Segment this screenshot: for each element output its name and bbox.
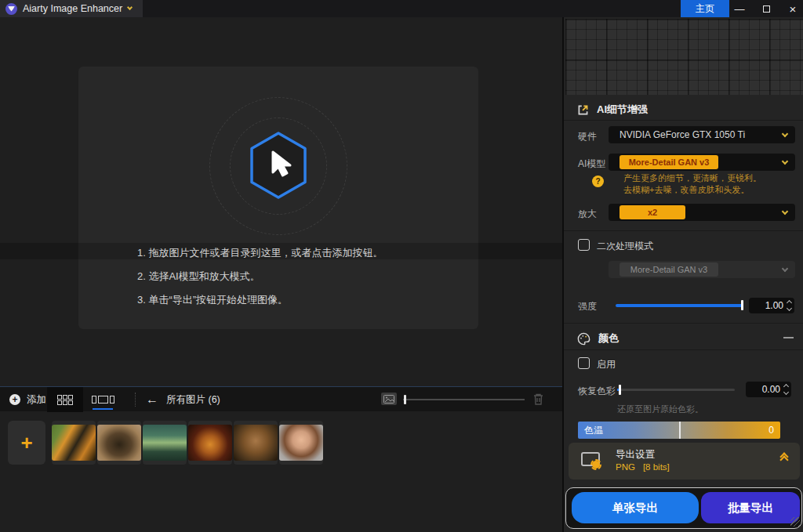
strength-slider[interactable] xyxy=(616,304,743,307)
strength-spinner[interactable] xyxy=(787,301,791,310)
second-pass-dropdown: More-Detail GAN v3 xyxy=(609,261,795,278)
thumbnail-butterfly[interactable] xyxy=(97,421,141,465)
temperature-value: 0 xyxy=(768,425,774,436)
grid-view-button[interactable] xyxy=(47,387,83,412)
thumbnail-steampunk-dog[interactable] xyxy=(234,421,278,465)
temperature-slider-handle[interactable] xyxy=(679,422,681,439)
restore-color-slider[interactable] xyxy=(617,389,735,391)
thumbnail-woman-portrait-image xyxy=(279,425,323,461)
hardware-dropdown[interactable]: NVIDIA GeForce GTX 1050 Ti xyxy=(609,126,795,143)
resize-grip[interactable] xyxy=(790,517,800,527)
ai-model-value: More-Detail GAN v3 xyxy=(620,155,718,169)
enhance-section-title: AI细节增强 xyxy=(597,103,648,117)
spinner-down-icon[interactable] xyxy=(787,306,792,311)
ai-model-dropdown[interactable]: More-Detail GAN v3 xyxy=(609,154,795,171)
minimize-button[interactable]: — xyxy=(728,0,751,17)
batch-export-button[interactable]: 批量导出 xyxy=(701,492,800,523)
export-format-value: PNG xyxy=(616,462,635,472)
thumbnail-steampunk-dog-image xyxy=(234,425,278,461)
second-pass-value: More-Detail GAN v3 xyxy=(620,262,718,277)
chevron-down-icon xyxy=(127,5,133,10)
chevron-down-icon xyxy=(782,266,788,272)
restore-color-slider-handle[interactable] xyxy=(619,385,621,395)
scale-label: 放大 xyxy=(578,208,597,221)
export-format: PNG [8 bits] xyxy=(616,462,670,472)
restore-color-spinner[interactable] xyxy=(784,385,788,394)
grid-view-icon xyxy=(57,395,73,405)
model-help-line-1: 产生更多的细节，更清晰，更锐利。 xyxy=(623,172,761,184)
temperature-label: 色温 xyxy=(584,424,603,437)
scale-value: x2 xyxy=(620,205,685,219)
restore-color-value-box[interactable]: 0.00 xyxy=(746,382,791,397)
divider xyxy=(564,120,803,121)
restore-color-caption: 还原至图片原始色彩。 xyxy=(617,404,703,415)
plus-circle-icon: + xyxy=(9,394,20,405)
delete-button[interactable] xyxy=(532,393,544,408)
ai-model-label: AI模型 xyxy=(578,157,605,171)
model-help-line-2: 去模糊+去噪，改善皮肤和头发。 xyxy=(623,184,749,196)
restore-color-value: 0.00 xyxy=(762,384,780,395)
color-section-title: 颜色 xyxy=(598,331,619,346)
dropzone-hexagon-cursor-icon[interactable] xyxy=(247,130,310,201)
single-export-button[interactable]: 单张导出 xyxy=(572,492,699,523)
instruction-line-3: 3. 单击“导出”按钮开始处理图像。 xyxy=(137,293,288,307)
strength-label: 强度 xyxy=(578,300,597,313)
divider xyxy=(564,323,803,324)
color-enable-label: 启用 xyxy=(597,358,616,371)
expand-up-icon[interactable] xyxy=(781,454,787,463)
second-pass-label: 二次处理模式 xyxy=(597,240,653,253)
collapse-icon[interactable] xyxy=(783,337,794,338)
add-button[interactable]: + 添加 xyxy=(9,387,46,412)
export-bits-value: [8 bits] xyxy=(643,462,670,472)
titlebar: Aiarty Image Enhancer 主页 — × xyxy=(0,0,803,17)
export-settings-card[interactable]: 导出设置 PNG [8 bits] xyxy=(569,443,800,480)
chevron-down-icon xyxy=(782,131,788,137)
back-button[interactable]: ← xyxy=(146,387,158,412)
maximize-icon xyxy=(763,5,770,13)
spinner-down-icon[interactable] xyxy=(783,389,789,395)
add-button-label: 添加 xyxy=(27,393,46,407)
color-enable-checkbox[interactable] xyxy=(578,357,590,369)
chevron-down-icon xyxy=(782,208,788,215)
settings-panel: AI细节增强 硬件 NVIDIA GeForce GTX 1050 Ti AI模… xyxy=(562,0,803,532)
scale-dropdown[interactable]: x2 xyxy=(609,204,795,221)
help-icon[interactable]: ? xyxy=(592,176,604,187)
enhance-section-header[interactable]: AI细节增强 xyxy=(564,100,803,119)
app-menu[interactable]: Aiarty Image Enhancer xyxy=(0,0,143,17)
instruction-line-2: 2. 选择AI模型和放大模式。 xyxy=(137,270,260,284)
thumbnail-woman-portrait[interactable] xyxy=(279,421,323,465)
gear-icon xyxy=(592,461,600,469)
thumbnail-burger-image xyxy=(188,425,232,461)
maximize-button[interactable] xyxy=(754,0,778,17)
second-pass-checkbox[interactable] xyxy=(578,239,590,251)
app-title: Aiarty Image Enhancer xyxy=(23,3,122,14)
thumbnail-size-slider-handle[interactable] xyxy=(404,395,406,404)
strip-view-button[interactable] xyxy=(85,387,121,412)
divider xyxy=(564,349,803,350)
thumbnail-tiger[interactable] xyxy=(52,421,96,465)
active-view-underline xyxy=(93,408,113,410)
strength-value-box[interactable]: 1.00 xyxy=(749,298,794,313)
divider xyxy=(564,230,803,231)
temperature-slider[interactable]: 色温 0 xyxy=(578,422,780,439)
strength-value: 1.00 xyxy=(765,300,783,311)
thumbnail-size-icon xyxy=(381,393,397,405)
export-settings-title: 导出设置 xyxy=(616,448,655,461)
thumbnail-tiger-image xyxy=(52,425,96,461)
file-toolbar: + 添加 ← 所有图片 (6) xyxy=(0,386,562,411)
thumbnail-size-slider[interactable] xyxy=(403,399,525,400)
strength-slider-handle[interactable] xyxy=(741,300,743,310)
thumbnail-burger[interactable] xyxy=(188,421,232,465)
all-images-label[interactable]: 所有图片 (6) xyxy=(166,387,220,412)
thumbnail-forest-figure[interactable] xyxy=(143,421,187,465)
thumbnail-butterfly-image xyxy=(97,425,141,461)
add-image-tile[interactable]: + xyxy=(8,421,45,465)
home-button[interactable]: 主页 xyxy=(681,0,729,17)
palette-icon xyxy=(576,331,591,346)
close-button[interactable]: × xyxy=(781,0,803,17)
toolbar-separator xyxy=(135,393,136,407)
color-section-header[interactable]: 颜色 xyxy=(564,328,803,349)
transparency-preview xyxy=(565,19,803,95)
strip-view-icon xyxy=(92,396,114,404)
restore-color-label: 恢复色彩 xyxy=(578,385,616,398)
